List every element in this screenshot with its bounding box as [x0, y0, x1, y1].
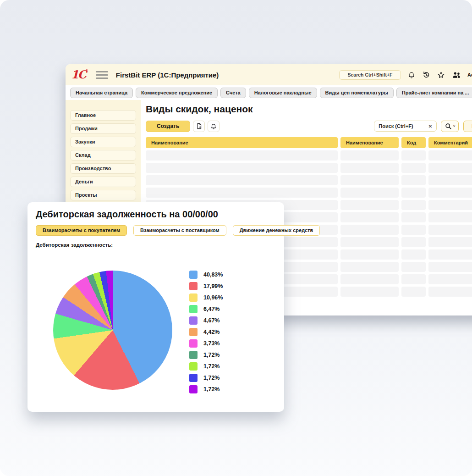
report-tab-взаиморасчеты-с-поставщиком[interactable]: Взаиморасчеты с поставщиком	[133, 225, 226, 236]
sidebar-item-склад[interactable]: Склад	[70, 150, 136, 161]
legend-label: 1,72%	[203, 386, 220, 393]
table-cell-placeholder	[401, 287, 426, 297]
legend-swatch	[189, 385, 198, 393]
table-cell-placeholder	[146, 163, 338, 173]
clear-search-icon[interactable]: ✕	[428, 124, 432, 129]
tab-коммерческое-предложение[interactable]: Коммерческое предложение	[136, 88, 218, 98]
logo-dot	[86, 69, 88, 71]
table-cell-placeholder	[401, 274, 426, 284]
chevron-down-icon: ˅	[453, 124, 456, 128]
legend-label: 4,67%	[203, 317, 220, 324]
legend-swatch	[189, 282, 198, 290]
current-user-label[interactable]: Admin	[467, 72, 472, 77]
column-header-4[interactable]: Комментарий	[428, 137, 472, 148]
legend-label: 40,83%	[203, 271, 223, 278]
legend-label: 17,99%	[203, 283, 223, 289]
table-cell-placeholder	[428, 212, 472, 222]
legend-swatch	[189, 374, 198, 382]
document-add-icon[interactable]	[193, 121, 205, 132]
table-cell-placeholder	[340, 225, 399, 235]
sidebar-item-производство[interactable]: Производство	[70, 163, 136, 174]
tab-прайс-лист-компании-на[interactable]: Прайс-лист компании на ...	[396, 88, 472, 98]
more-button[interactable]: Еще	[463, 121, 472, 132]
table-cell-placeholder	[428, 163, 472, 173]
table-cell-placeholder	[401, 225, 426, 235]
star-icon[interactable]	[437, 71, 445, 79]
report-title: Дебиторская задолженность на 00/00/00	[36, 209, 276, 220]
table-cell-placeholder	[340, 188, 399, 198]
legend-item: 1,72%	[189, 374, 223, 382]
sidebar-item-закупки[interactable]: Закупки	[70, 137, 136, 147]
table-cell-placeholder	[340, 150, 399, 161]
table-cell-placeholder	[340, 249, 399, 260]
page-background: 1С FirstBit ERP (1С:Предприятие) Search …	[0, 0, 472, 476]
legend-label: 1,72%	[203, 352, 220, 358]
table-cell-placeholder	[146, 150, 338, 161]
bell-icon[interactable]	[208, 121, 220, 132]
create-button[interactable]: Создать	[146, 121, 190, 132]
advanced-search-button[interactable]: ˅	[441, 121, 459, 132]
table-cell-placeholder	[146, 188, 338, 198]
table-cell-placeholder	[428, 188, 472, 198]
page-title: Виды скидок, наценок	[146, 104, 472, 115]
legend-swatch	[189, 271, 198, 279]
app-header: 1С FirstBit ERP (1С:Предприятие) Search …	[66, 64, 472, 85]
global-search-input[interactable]: Search Ctrl+Shift+F	[339, 70, 401, 80]
table-cell-placeholder	[340, 175, 399, 185]
receivables-report-card: Дебиторская задолженность на 00/00/00 Вз…	[27, 202, 284, 412]
tab-виды-цен-номенклатуры[interactable]: Виды цен номенклатуры	[320, 88, 394, 98]
tab-налоговые-накладные[interactable]: Налоговые накладные	[249, 88, 317, 98]
legend-item: 17,99%	[189, 282, 223, 290]
table-cell-placeholder	[401, 188, 426, 198]
legend-swatch	[189, 316, 198, 325]
table-cell-placeholder	[340, 287, 399, 297]
open-windows-tabbar: Начальная страницаКоммерческое предложен…	[66, 85, 472, 100]
table-cell-placeholder	[340, 200, 399, 210]
table-cell-placeholder	[428, 274, 472, 284]
legend-swatch	[189, 305, 198, 313]
table-cell-placeholder	[401, 175, 426, 185]
legend-item: 1,72%	[189, 362, 223, 371]
report-tabs: Взаиморасчеты с покупателемВзаиморасчеты…	[36, 225, 276, 236]
legend-swatch	[189, 351, 198, 359]
sidebar-item-деньги[interactable]: Деньги	[70, 177, 136, 187]
table-cell-placeholder	[340, 163, 399, 173]
table-cell-placeholder	[340, 212, 399, 222]
column-header-3[interactable]: Код	[401, 137, 426, 148]
bell-icon[interactable]	[408, 71, 415, 79]
1c-logo: 1С	[71, 69, 86, 80]
sidebar-item-продажи[interactable]: Продажи	[70, 123, 136, 134]
sidebar-item-проекты[interactable]: Проекты	[70, 190, 136, 200]
table-cell-placeholder	[401, 212, 426, 222]
table-cell-placeholder	[401, 200, 426, 210]
table-cell-placeholder	[340, 262, 399, 272]
table-cell-placeholder	[428, 262, 472, 272]
legend-item: 4,42%	[189, 328, 223, 336]
header-right-cluster: Search Ctrl+Shift+F Admin	[339, 64, 472, 85]
legend-item: 10,96%	[189, 293, 223, 302]
column-header-1[interactable]: Наименование	[146, 137, 338, 148]
menu-hamburger-icon[interactable]	[96, 71, 108, 79]
history-icon[interactable]	[422, 71, 430, 79]
table-cell-placeholder	[340, 237, 399, 247]
table-cell-placeholder	[428, 225, 472, 235]
search-input[interactable]: Поиск (Ctrl+F) ✕	[374, 121, 437, 132]
table-cell-placeholder	[401, 163, 426, 173]
pie-chart-area: 40,83%17,99%10,96%6,47%4,67%4,42%3,73%1,…	[36, 248, 276, 399]
table-cell-placeholder	[428, 200, 472, 210]
table-cell-placeholder	[401, 237, 426, 247]
sidebar-item-главное[interactable]: Главное	[70, 110, 136, 121]
legend-item: 3,73%	[189, 339, 223, 348]
report-tab-движение-денежных-средств[interactable]: Движение денежных средств	[233, 225, 320, 236]
tab-начальная-страница[interactable]: Начальная страница	[70, 88, 133, 98]
table-cell-placeholder	[428, 249, 472, 260]
tab-счета[interactable]: Счета	[220, 88, 246, 98]
report-tab-взаиморасчеты-с-покупателем[interactable]: Взаиморасчеты с покупателем	[36, 225, 127, 236]
table-cell-placeholder	[340, 274, 399, 284]
users-icon[interactable]	[452, 71, 461, 79]
legend-swatch	[189, 339, 198, 348]
legend-label: 10,96%	[203, 294, 223, 301]
legend-label: 4,42%	[203, 329, 220, 335]
column-header-2[interactable]: Наименование	[340, 137, 399, 148]
magnifier-icon	[445, 122, 452, 130]
